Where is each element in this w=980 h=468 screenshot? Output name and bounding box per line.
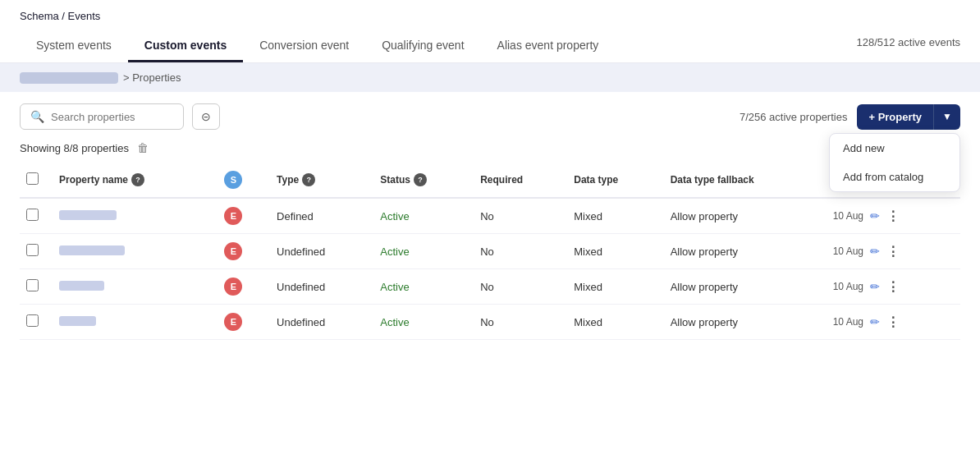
table-row: E Undefined Active No Mixed Allow proper… <box>20 269 960 305</box>
property-name-blurred <box>59 281 104 291</box>
more-icon-1[interactable]: ⋮ <box>886 209 900 224</box>
row-checkbox-1[interactable] <box>26 209 39 221</box>
type-help-icon[interactable]: ? <box>302 173 315 186</box>
tabs-container: System events Custom events Conversion e… <box>20 30 960 62</box>
property-name-blurred <box>59 210 117 220</box>
th-checkbox <box>20 163 53 198</box>
edit-icon-2[interactable]: ✏ <box>870 245 880 258</box>
row-type-4: Undefined <box>270 305 373 340</box>
property-name-help-icon[interactable]: ? <box>131 173 144 186</box>
tab-conversion-event[interactable]: Conversion event <box>243 30 365 62</box>
table-header-row: Property name ? S Type ? <box>20 163 960 198</box>
e-badge: E <box>224 313 242 331</box>
property-dropdown-button[interactable]: ▼ <box>933 104 960 130</box>
property-dropdown: Add new Add from catalog <box>829 133 960 192</box>
row-checkbox-3[interactable] <box>26 279 39 291</box>
breadcrumb-current: Events <box>68 10 101 22</box>
th-s-badge: S <box>218 163 270 198</box>
row-checkbox-cell <box>20 234 53 269</box>
status-help-icon[interactable]: ? <box>414 173 427 186</box>
e-badge: E <box>224 278 242 296</box>
row-badge-2: E <box>218 234 270 269</box>
row-required-4: No <box>474 305 567 340</box>
row-status-1: Active <box>373 198 474 234</box>
select-all-checkbox[interactable] <box>26 172 39 185</box>
edit-icon-1[interactable]: ✏ <box>870 209 880 223</box>
th-data-type: Data type <box>567 163 663 198</box>
row-actions-1: 10 Aug ✏ ⋮ <box>827 198 960 234</box>
row-type-1: Defined <box>270 198 373 234</box>
add-from-catalog-item[interactable]: Add from catalog <box>830 163 959 191</box>
tab-system-events[interactable]: System events <box>20 30 128 62</box>
properties-table: Property name ? S Type ? <box>20 163 960 340</box>
th-property-name: Property name ? <box>53 163 218 198</box>
row-badge-4: E <box>218 305 270 340</box>
more-icon-4[interactable]: ⋮ <box>886 314 900 330</box>
properties-label: > Properties <box>123 71 181 84</box>
more-icon-2[interactable]: ⋮ <box>886 244 900 259</box>
row-status-2: Active <box>373 234 474 269</box>
event-name-blurred <box>20 72 118 84</box>
row-required-3: No <box>474 269 567 305</box>
row-status-3: Active <box>373 269 474 305</box>
row-actions-2: 10 Aug ✏ ⋮ <box>827 234 960 269</box>
toolbar: 🔍 ⊝ 7/256 active properties + Property ▼… <box>0 92 980 141</box>
row-property-name-3 <box>53 269 218 305</box>
row-property-name-4 <box>53 305 218 340</box>
row-checkbox-cell <box>20 269 53 305</box>
row-type-2: Undefined <box>270 234 373 269</box>
breadcrumb: Schema / Events <box>20 10 960 22</box>
toolbar-left: 🔍 ⊝ <box>20 103 220 130</box>
breadcrumb-bar: > Properties <box>0 63 980 92</box>
row-data-type-3: Mixed <box>567 269 663 305</box>
row-data-type-1: Mixed <box>567 198 663 234</box>
add-new-item[interactable]: Add new <box>830 134 959 163</box>
add-property-button[interactable]: + Property <box>857 104 933 130</box>
row-badge-3: E <box>218 269 270 305</box>
table-row: E Undefined Active No Mixed Allow proper… <box>20 234 960 269</box>
delete-icon[interactable]: 🗑 <box>137 141 149 154</box>
filter-button[interactable]: ⊝ <box>192 103 220 130</box>
arrow-icon: ▼ <box>942 111 952 122</box>
table-row: E Undefined Active No Mixed Allow proper… <box>20 305 960 340</box>
row-data-type-2: Mixed <box>567 234 663 269</box>
row-actions-4: 10 Aug ✏ ⋮ <box>827 305 960 340</box>
tab-custom-events[interactable]: Custom events <box>128 30 243 62</box>
property-name-blurred <box>59 316 96 326</box>
search-input[interactable] <box>51 111 166 123</box>
filter-icon: ⊝ <box>201 110 211 123</box>
th-type: Type ? <box>270 163 373 198</box>
th-status: Status ? <box>373 163 474 198</box>
row-badge-1: E <box>218 198 270 234</box>
search-icon: 🔍 <box>30 110 44 123</box>
top-header: Schema / Events System events Custom eve… <box>0 0 980 63</box>
search-box[interactable]: 🔍 <box>20 103 184 130</box>
active-properties-count: 7/256 active properties <box>740 111 848 123</box>
row-required-1: No <box>474 198 567 234</box>
tab-qualifying-event[interactable]: Qualifying event <box>365 30 480 62</box>
toolbar-right: 7/256 active properties + Property ▼ Add… <box>740 104 960 130</box>
edit-icon-4[interactable]: ✏ <box>870 315 880 328</box>
row-type-3: Undefined <box>270 269 373 305</box>
row-data-type-4: Mixed <box>567 305 663 340</box>
row-data-type-fallback-4: Allow property <box>664 305 827 340</box>
e-badge: E <box>224 242 242 260</box>
row-checkbox-4[interactable] <box>26 314 39 327</box>
row-data-type-fallback-3: Allow property <box>664 269 827 305</box>
breadcrumb-root: Schema <box>20 10 59 22</box>
th-data-type-fallback: Data type fallback <box>664 163 827 198</box>
showing-label: Showing 8/8 properties <box>20 142 129 154</box>
row-status-4: Active <box>373 305 474 340</box>
row-checkbox-cell <box>20 305 53 340</box>
more-icon-3[interactable]: ⋮ <box>886 279 900 295</box>
tab-alias-event-property[interactable]: Alias event property <box>481 30 616 62</box>
active-events-count: 128/512 active events <box>857 36 960 57</box>
row-checkbox-2[interactable] <box>26 244 39 256</box>
content: > Properties 🔍 ⊝ 7/256 active properties… <box>0 63 980 340</box>
th-required: Required <box>474 163 567 198</box>
add-property-label: + Property <box>868 111 922 123</box>
row-actions-3: 10 Aug ✏ ⋮ <box>827 269 960 305</box>
breadcrumb-separator: / <box>62 10 65 22</box>
row-checkbox-cell <box>20 198 53 234</box>
edit-icon-3[interactable]: ✏ <box>870 280 880 293</box>
